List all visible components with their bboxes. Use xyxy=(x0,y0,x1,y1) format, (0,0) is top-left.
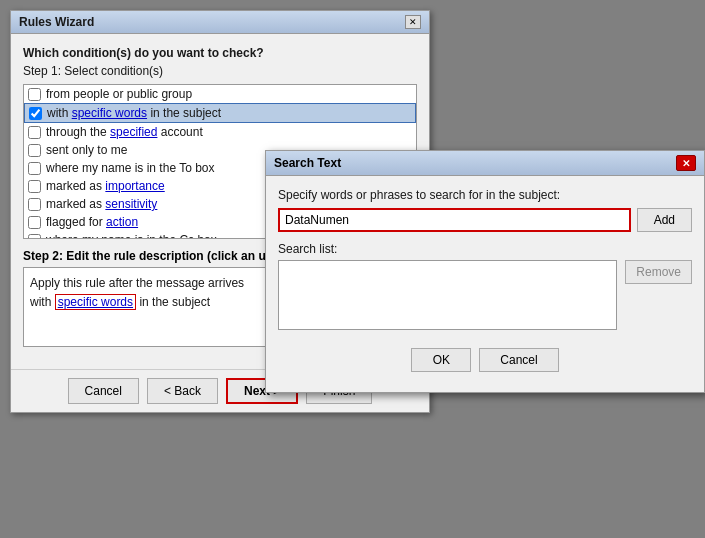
search-label: Specify words or phrases to search for i… xyxy=(278,188,692,202)
rule-desc-line2-pre: with xyxy=(30,295,55,309)
close-button[interactable]: ✕ xyxy=(405,15,421,29)
action-link[interactable]: action xyxy=(106,215,138,229)
condition-specified-account-checkbox[interactable] xyxy=(28,126,41,139)
search-text-input[interactable] xyxy=(278,208,631,232)
search-content: Specify words or phrases to search for i… xyxy=(266,176,704,392)
condition-flagged-label: flagged for action xyxy=(46,215,138,229)
sensitivity-link[interactable]: sensitivity xyxy=(105,197,157,211)
condition-importance-label: marked as importance xyxy=(46,179,165,193)
condition-name-in-to-label: where my name is in the To box xyxy=(46,161,215,175)
search-input-row: Add xyxy=(278,208,692,232)
rule-desc-line2-post: in the subject xyxy=(136,295,210,309)
condition-sent-only-checkbox[interactable] xyxy=(28,144,41,157)
condition-importance-checkbox[interactable] xyxy=(28,180,41,193)
search-dialog-close-button[interactable]: ✕ xyxy=(676,155,696,171)
condition-specific-words-subject-checkbox[interactable] xyxy=(29,107,42,120)
search-list-label: Search list: xyxy=(278,242,617,256)
search-cancel-button[interactable]: Cancel xyxy=(479,348,558,372)
condition-name-in-to-checkbox[interactable] xyxy=(28,162,41,175)
wizard-question: Which condition(s) do you want to check? xyxy=(23,46,417,60)
condition-from-people-label: from people or public group xyxy=(46,87,192,101)
condition-name-in-cc-label: where my name is in the Cc box xyxy=(46,233,217,239)
specific-words-subject-link[interactable]: specific words xyxy=(72,106,147,120)
condition-specific-words-subject-label: with specific words in the subject xyxy=(47,106,221,120)
back-button[interactable]: < Back xyxy=(147,378,218,404)
condition-sent-only-label: sent only to me xyxy=(46,143,127,157)
condition-specified-account-label: through the specified account xyxy=(46,125,203,139)
search-dialog-bottom-buttons: OK Cancel xyxy=(278,340,692,380)
condition-from-people-checkbox[interactable] xyxy=(28,88,41,101)
rule-desc-specific-words-link[interactable]: specific words xyxy=(55,294,136,310)
importance-link[interactable]: importance xyxy=(105,179,164,193)
step1-label: Step 1: Select condition(s) xyxy=(23,64,417,78)
condition-specified-account[interactable]: through the specified account xyxy=(24,123,416,141)
search-list-box[interactable] xyxy=(278,260,617,330)
rules-wizard-title: Rules Wizard xyxy=(19,15,94,29)
search-list-area: Search list: Remove xyxy=(278,242,692,340)
condition-from-people[interactable]: from people or public group xyxy=(24,85,416,103)
search-side-buttons: Remove xyxy=(625,242,692,340)
ok-button[interactable]: OK xyxy=(411,348,471,372)
condition-specific-words-subject[interactable]: with specific words in the subject xyxy=(24,103,416,123)
remove-button[interactable]: Remove xyxy=(625,260,692,284)
specified-link[interactable]: specified xyxy=(110,125,157,139)
condition-flagged-checkbox[interactable] xyxy=(28,216,41,229)
condition-name-in-cc-checkbox[interactable] xyxy=(28,234,41,240)
rules-wizard-title-bar: Rules Wizard ✕ xyxy=(11,11,429,34)
search-text-dialog: Search Text ✕ Specify words or phrases t… xyxy=(265,150,705,393)
add-button[interactable]: Add xyxy=(637,208,692,232)
cancel-button[interactable]: Cancel xyxy=(68,378,139,404)
search-list-container: Search list: xyxy=(278,242,617,340)
condition-sensitivity-label: marked as sensitivity xyxy=(46,197,157,211)
title-bar-controls: ✕ xyxy=(405,15,421,29)
search-title-bar: Search Text ✕ xyxy=(266,151,704,176)
condition-sensitivity-checkbox[interactable] xyxy=(28,198,41,211)
rule-desc-line1: Apply this rule after the message arrive… xyxy=(30,276,244,290)
search-dialog-title: Search Text xyxy=(274,156,341,170)
